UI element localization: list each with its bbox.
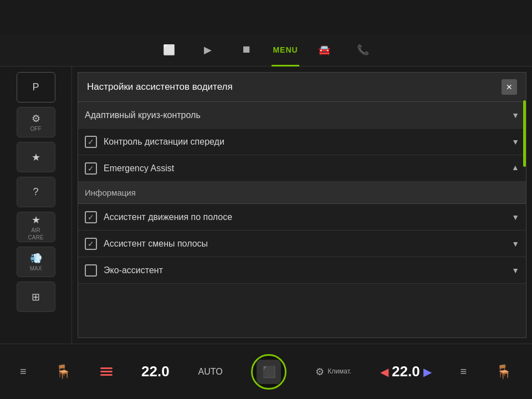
distance-control-text: Контроль дистанции спереди [104,137,507,147]
fan-max-button[interactable]: 💨 MAX [17,247,55,277]
top-navigation: ⬜ ▶ ⏹ MENU 🚘 📞 35.5 [0,33,532,66]
nav-menu[interactable]: MENU [266,33,305,66]
driver-assist-icon: ⚙ [32,112,40,125]
lane-change-checkbox[interactable] [85,238,97,250]
dialog-title: Настройки ассистентов водителя [87,81,233,93]
eco-assist-checkbox[interactable] [85,264,97,277]
info-section-text: Информация [85,188,136,197]
right-seat-icon[interactable]: 🪑 [495,364,512,380]
lane-assist-text: Ассистент движения по полосе [104,212,507,222]
air-care-icon: ★ [32,214,40,226]
distance-control-checkbox[interactable] [85,136,97,148]
care-label: CARE [28,235,44,241]
max-label: MAX [30,266,42,272]
lane-assist-checkbox[interactable] [85,211,97,223]
bottom-menu-icon[interactable]: ≡ [20,365,27,378]
grid-button[interactable]: ⊞ [17,282,55,312]
favorite-button[interactable]: ★ [17,142,55,172]
close-button[interactable]: ✕ [502,79,517,95]
screen-toggle-button[interactable]: ⬛ [251,354,287,390]
parking-button[interactable]: P [17,72,55,103]
air-care-label: AIR [31,228,40,233]
emergency-assist-text: Emergency Assist [104,163,507,173]
play-icon: ▶ [204,44,212,56]
main-content: Настройки ассистентов водителя ✕ Адаптив… [72,66,532,344]
left-sidebar: P ⚙ OFF ★ ? ★ AIR CARE 💨 MAX ⊞ [0,66,72,344]
grid-icon: ⊞ [32,291,40,303]
left-seat-icon[interactable]: 🪑 [55,364,71,380]
eco-assist-text: Эко-ассистент [104,265,507,275]
menu-list: Адаптивный круиз-контроль ▼ Контроль дис… [78,102,526,337]
info-icon: ? [33,186,38,198]
auto-label[interactable]: AUTO [198,367,223,377]
adaptive-cruise-item[interactable]: Адаптивный круиз-контроль ▼ [78,102,526,129]
scroll-indicator[interactable] [523,100,526,167]
nav-camera[interactable]: ⬜ [150,33,188,66]
lane-change-arrow: ▼ [511,239,519,248]
camera-icon: ⬜ [163,44,175,56]
adaptive-cruise-text: Адаптивный круиз-контроль [85,110,507,120]
climate-control-section: ⚙ Климат. [315,366,351,378]
off-label: OFF [30,126,42,132]
heat-line-1 [100,367,112,369]
nav-stop[interactable]: ⏹ [227,33,266,66]
emergency-assist-checkbox[interactable] [85,162,97,175]
nav-car[interactable]: 🚘 [305,33,344,66]
distance-control-item[interactable]: Контроль дистанции спереди ▼ [78,129,526,155]
parking-icon: P [32,81,39,93]
nav-phone[interactable]: 📞 [344,33,382,66]
air-care-button[interactable]: ★ AIR CARE [17,212,55,242]
driver-assist-button[interactable]: ⚙ OFF [17,107,55,137]
right-temp-value: 22.0 [392,363,420,380]
nav-play[interactable]: ▶ [188,33,227,66]
adaptive-cruise-arrow: ▼ [511,111,519,120]
eco-assist-item[interactable]: Эко-ассистент ▼ [78,257,526,284]
right-temperature: 22.0 [392,363,420,380]
stop-icon: ⏹ [242,44,252,55]
heat-line-3 [100,374,112,376]
left-temperature: 22.0 [141,363,170,380]
screen-toggle-inner: ⬛ [257,360,281,384]
emergency-assist-item[interactable]: Emergency Assist ▼ [78,155,526,182]
dialog-header: Настройки ассистентов водителя ✕ [78,73,526,102]
emergency-assist-arrow: ▼ [511,164,519,173]
heat-line-2 [100,371,112,372]
fan-icon: 💨 [30,252,42,264]
heat-lines-left [100,367,112,376]
bottom-menu-right-icon[interactable]: ≡ [460,365,467,378]
left-temp-value: 22.0 [141,363,170,380]
temp-increase-arrow[interactable]: ▶ [423,365,432,378]
screen-icon: ⬛ [262,365,276,378]
gear-climate-icon: ⚙ [315,366,324,378]
star-icon: ★ [32,151,40,163]
info-section: Информация [78,182,526,204]
eco-assist-arrow: ▼ [511,266,519,275]
lane-assist-arrow: ▼ [511,213,519,222]
climate-label: Климат. [328,367,351,375]
lane-assist-item[interactable]: Ассистент движения по полосе ▼ [78,204,526,231]
menu-label: MENU [273,45,298,54]
phone-icon: 📞 [357,44,369,56]
driver-assist-dialog: Настройки ассистентов водителя ✕ Адаптив… [78,72,526,338]
left-temp-zone: 22.0 [141,363,170,380]
temp-decrease-arrow[interactable]: ◀ [380,365,388,378]
lane-change-text: Ассистент смены полосы [104,239,507,249]
bottom-climate-bar: ≡ 🪑 22.0 AUTO ⬛ ⚙ Климат. ◀ 22.0 ▶ ≡ 🪑 [0,344,532,399]
lane-change-item[interactable]: Ассистент смены полосы ▼ [78,231,526,257]
right-temp-zone: ◀ 22.0 ▶ [380,363,432,380]
car-icon: 🚘 [318,44,330,56]
info-button[interactable]: ? [17,177,55,207]
distance-control-arrow: ▼ [511,137,519,146]
